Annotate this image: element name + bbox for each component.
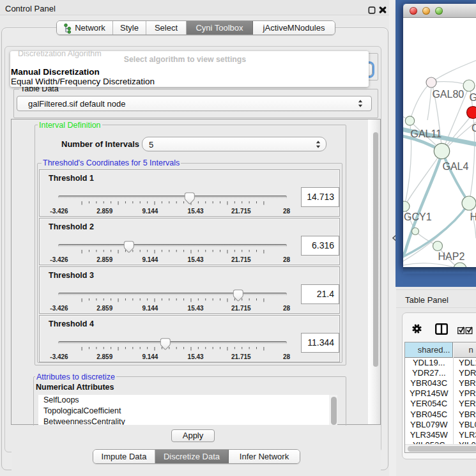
svg-text:GAL80: GAL80 xyxy=(432,89,464,100)
svg-text:GAL4: GAL4 xyxy=(443,161,469,172)
svg-text:HA: HA xyxy=(470,211,476,222)
svg-text:GCY1: GCY1 xyxy=(404,211,432,222)
svg-text:HAP2: HAP2 xyxy=(438,251,465,262)
svg-text:C: C xyxy=(472,123,476,134)
svg-text:GA: GA xyxy=(470,92,476,103)
svg-text:GAL11: GAL11 xyxy=(411,128,442,139)
